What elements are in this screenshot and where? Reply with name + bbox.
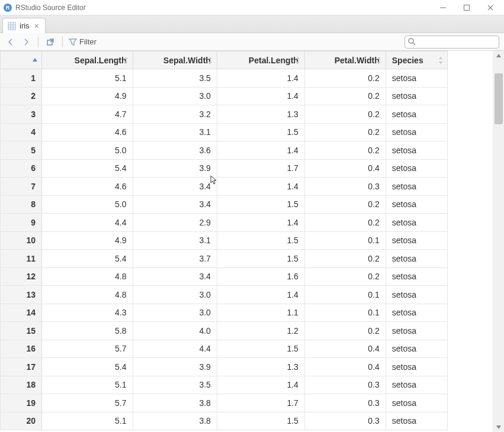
table-row: 185.13.51.40.3setosa	[1, 376, 448, 394]
tab-iris[interactable]: iris ×	[2, 18, 46, 33]
column-header-petal-length[interactable]: Petal.Length	[217, 51, 304, 69]
data-frame-icon	[8, 22, 16, 30]
column-header-sepal-width[interactable]: Sepal.Width	[133, 51, 217, 69]
table-row: 165.74.41.50.4setosa	[1, 340, 448, 358]
cell-petal-length: 1.3	[217, 105, 304, 124]
column-header-petal-width[interactable]: Petal.Width	[304, 51, 386, 69]
cell-petal-width: 0.2	[304, 141, 386, 160]
cell-petal-length: 1.5	[217, 231, 304, 250]
sort-toggle-icon[interactable]	[376, 56, 382, 65]
cell-sepal-length: 5.7	[42, 340, 133, 358]
cell-petal-width: 0.3	[304, 376, 386, 394]
row-index-cell: 2	[1, 87, 42, 105]
cell-petal-width: 0.4	[304, 340, 386, 358]
column-label: Species	[392, 56, 423, 65]
row-index-header[interactable]	[1, 51, 42, 69]
search-box[interactable]	[405, 36, 499, 49]
cell-petal-width: 0.3	[304, 394, 386, 412]
cell-petal-width: 0.2	[304, 123, 386, 141]
filter-button[interactable]: Filter	[69, 37, 97, 46]
cell-petal-width: 0.1	[304, 286, 386, 304]
cell-sepal-length: 4.7	[42, 105, 133, 124]
table-row: 44.63.11.50.2setosa	[1, 123, 448, 141]
cell-sepal-width: 3.7	[133, 250, 217, 268]
cell-species: setosa	[386, 304, 447, 322]
table-row: 124.83.41.60.2setosa	[1, 267, 448, 286]
cell-sepal-width: 3.5	[133, 69, 217, 88]
cell-species: setosa	[386, 123, 447, 141]
vertical-scrollbar[interactable]	[493, 51, 504, 432]
scroll-up-button[interactable]	[493, 51, 504, 60]
cell-sepal-width: 3.4	[133, 195, 217, 214]
cell-petal-length: 1.5	[217, 340, 304, 358]
row-index-cell: 18	[1, 376, 42, 394]
window-minimize-button[interactable]	[436, 1, 450, 14]
row-index-cell: 7	[1, 178, 42, 196]
nav-back-button[interactable]	[5, 36, 17, 48]
scrollbar-thumb[interactable]	[495, 73, 503, 124]
column-label: Sepal.Length	[75, 56, 127, 65]
row-index-cell: 16	[1, 340, 42, 358]
row-index-cell: 1	[1, 69, 42, 88]
row-index-cell: 6	[1, 159, 42, 178]
cell-species: setosa	[386, 178, 447, 196]
cell-sepal-length: 4.3	[42, 304, 133, 322]
tab-label: iris	[20, 21, 30, 30]
sort-toggle-icon[interactable]	[295, 56, 301, 65]
cell-petal-width: 0.1	[304, 231, 386, 250]
cell-sepal-length: 4.8	[42, 286, 133, 304]
cell-sepal-width: 4.4	[133, 340, 217, 358]
svg-line-11	[413, 43, 415, 45]
cell-species: setosa	[386, 286, 447, 304]
tab-close-button[interactable]: ×	[33, 22, 40, 30]
cell-sepal-width: 3.8	[133, 394, 217, 412]
row-index-cell: 10	[1, 231, 42, 250]
cell-species: setosa	[386, 69, 447, 88]
cell-sepal-length: 5.1	[42, 376, 133, 394]
column-header-species[interactable]: Species	[386, 51, 447, 69]
cell-sepal-width: 3.4	[133, 267, 217, 286]
cell-petal-width: 0.3	[304, 178, 386, 196]
cell-petal-length: 1.4	[217, 376, 304, 394]
scroll-down-button[interactable]	[493, 423, 504, 432]
column-label: Petal.Width	[335, 56, 380, 65]
cell-species: setosa	[386, 159, 447, 178]
cell-species: setosa	[386, 105, 447, 124]
sort-toggle-icon[interactable]	[438, 56, 444, 65]
row-index-cell: 19	[1, 394, 42, 412]
toolbar-divider	[38, 37, 38, 47]
search-input[interactable]	[405, 36, 499, 49]
data-table: Sepal.LengthSepal.WidthPetal.LengthPetal…	[0, 51, 493, 432]
cell-petal-length: 1.3	[217, 358, 304, 376]
cell-petal-length: 1.4	[217, 178, 304, 196]
cell-petal-width: 0.2	[304, 69, 386, 88]
popout-window-button[interactable]	[44, 36, 56, 48]
sort-toggle-icon[interactable]	[207, 56, 213, 65]
row-index-cell: 3	[1, 105, 42, 124]
table-row: 15.13.51.40.2setosa	[1, 69, 448, 88]
column-label: Petal.Length	[249, 56, 298, 65]
nav-forward-button[interactable]	[20, 36, 32, 48]
sort-toggle-icon[interactable]	[123, 56, 129, 65]
cell-petal-width: 0.2	[304, 214, 386, 232]
window-maximize-button[interactable]	[460, 1, 473, 14]
column-header-sepal-length[interactable]: Sepal.Length	[42, 51, 133, 69]
cell-sepal-width: 3.9	[133, 159, 217, 178]
window-close-button[interactable]	[484, 1, 497, 14]
sort-asc-icon	[32, 56, 38, 65]
cell-species: setosa	[386, 322, 447, 340]
cell-sepal-length: 4.6	[42, 178, 133, 196]
row-index-cell: 12	[1, 267, 42, 286]
cell-petal-length: 1.5	[217, 250, 304, 268]
cell-sepal-width: 3.1	[133, 123, 217, 141]
cell-petal-length: 1.4	[217, 87, 304, 105]
cell-sepal-length: 5.4	[42, 250, 133, 268]
table-row: 74.63.41.40.3setosa	[1, 178, 448, 196]
cell-petal-width: 0.2	[304, 87, 386, 105]
row-index-cell: 15	[1, 322, 42, 340]
cell-petal-width: 0.2	[304, 267, 386, 286]
column-label: Sepal.Width	[163, 56, 211, 65]
cell-petal-width: 0.4	[304, 159, 386, 178]
cell-petal-length: 1.5	[217, 412, 304, 430]
row-index-cell: 11	[1, 250, 42, 268]
